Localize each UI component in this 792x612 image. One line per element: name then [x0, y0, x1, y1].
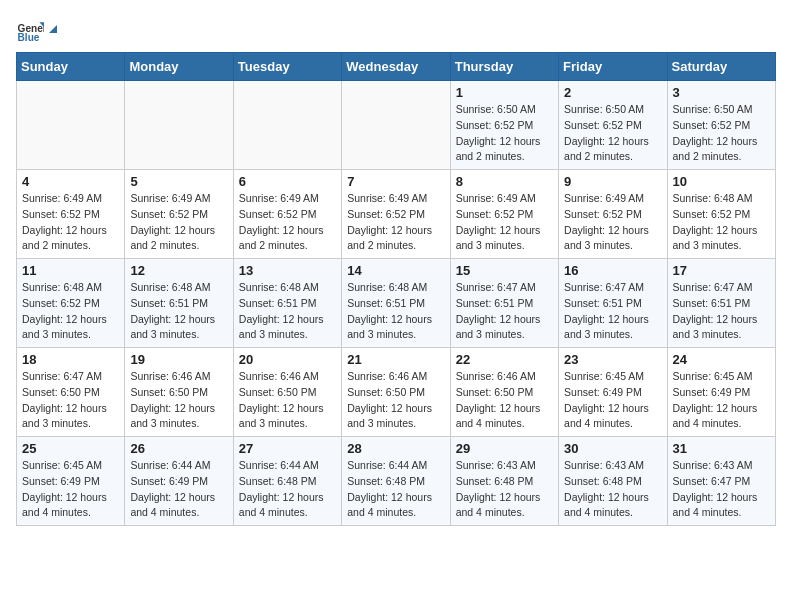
day-number: 3	[673, 85, 770, 100]
day-detail: Sunrise: 6:47 AM Sunset: 6:51 PM Dayligh…	[456, 280, 553, 343]
day-detail: Sunrise: 6:45 AM Sunset: 6:49 PM Dayligh…	[673, 369, 770, 432]
day-detail: Sunrise: 6:49 AM Sunset: 6:52 PM Dayligh…	[347, 191, 444, 254]
day-detail: Sunrise: 6:49 AM Sunset: 6:52 PM Dayligh…	[456, 191, 553, 254]
calendar-week-3: 11Sunrise: 6:48 AM Sunset: 6:52 PM Dayli…	[17, 259, 776, 348]
day-detail: Sunrise: 6:46 AM Sunset: 6:50 PM Dayligh…	[130, 369, 227, 432]
calendar-cell: 20Sunrise: 6:46 AM Sunset: 6:50 PM Dayli…	[233, 348, 341, 437]
day-number: 22	[456, 352, 553, 367]
day-detail: Sunrise: 6:46 AM Sunset: 6:50 PM Dayligh…	[239, 369, 336, 432]
day-number: 27	[239, 441, 336, 456]
header-friday: Friday	[559, 53, 667, 81]
calendar-cell: 15Sunrise: 6:47 AM Sunset: 6:51 PM Dayli…	[450, 259, 558, 348]
calendar-cell: 27Sunrise: 6:44 AM Sunset: 6:48 PM Dayli…	[233, 437, 341, 526]
day-number: 7	[347, 174, 444, 189]
day-detail: Sunrise: 6:49 AM Sunset: 6:52 PM Dayligh…	[22, 191, 119, 254]
day-number: 11	[22, 263, 119, 278]
day-number: 5	[130, 174, 227, 189]
calendar-cell: 24Sunrise: 6:45 AM Sunset: 6:49 PM Dayli…	[667, 348, 775, 437]
day-detail: Sunrise: 6:50 AM Sunset: 6:52 PM Dayligh…	[456, 102, 553, 165]
day-detail: Sunrise: 6:49 AM Sunset: 6:52 PM Dayligh…	[239, 191, 336, 254]
day-number: 21	[347, 352, 444, 367]
calendar-week-4: 18Sunrise: 6:47 AM Sunset: 6:50 PM Dayli…	[17, 348, 776, 437]
day-detail: Sunrise: 6:48 AM Sunset: 6:51 PM Dayligh…	[130, 280, 227, 343]
calendar-cell: 30Sunrise: 6:43 AM Sunset: 6:48 PM Dayli…	[559, 437, 667, 526]
calendar-cell: 3Sunrise: 6:50 AM Sunset: 6:52 PM Daylig…	[667, 81, 775, 170]
day-detail: Sunrise: 6:50 AM Sunset: 6:52 PM Dayligh…	[564, 102, 661, 165]
calendar-cell: 10Sunrise: 6:48 AM Sunset: 6:52 PM Dayli…	[667, 170, 775, 259]
calendar-cell: 1Sunrise: 6:50 AM Sunset: 6:52 PM Daylig…	[450, 81, 558, 170]
calendar-cell	[233, 81, 341, 170]
calendar-cell: 5Sunrise: 6:49 AM Sunset: 6:52 PM Daylig…	[125, 170, 233, 259]
header-sunday: Sunday	[17, 53, 125, 81]
header-monday: Monday	[125, 53, 233, 81]
day-detail: Sunrise: 6:49 AM Sunset: 6:52 PM Dayligh…	[564, 191, 661, 254]
calendar-cell: 11Sunrise: 6:48 AM Sunset: 6:52 PM Dayli…	[17, 259, 125, 348]
calendar-cell	[17, 81, 125, 170]
calendar-cell: 14Sunrise: 6:48 AM Sunset: 6:51 PM Dayli…	[342, 259, 450, 348]
calendar-cell: 22Sunrise: 6:46 AM Sunset: 6:50 PM Dayli…	[450, 348, 558, 437]
calendar-cell: 21Sunrise: 6:46 AM Sunset: 6:50 PM Dayli…	[342, 348, 450, 437]
logo-triangle	[49, 25, 57, 33]
day-number: 28	[347, 441, 444, 456]
day-detail: Sunrise: 6:43 AM Sunset: 6:48 PM Dayligh…	[456, 458, 553, 521]
day-detail: Sunrise: 6:48 AM Sunset: 6:52 PM Dayligh…	[22, 280, 119, 343]
calendar-header-row: SundayMondayTuesdayWednesdayThursdayFrid…	[17, 53, 776, 81]
day-number: 17	[673, 263, 770, 278]
logo: General Blue	[16, 16, 57, 44]
logo-icon: General Blue	[16, 16, 44, 44]
day-number: 14	[347, 263, 444, 278]
calendar-cell: 9Sunrise: 6:49 AM Sunset: 6:52 PM Daylig…	[559, 170, 667, 259]
calendar-cell: 31Sunrise: 6:43 AM Sunset: 6:47 PM Dayli…	[667, 437, 775, 526]
day-detail: Sunrise: 6:46 AM Sunset: 6:50 PM Dayligh…	[347, 369, 444, 432]
day-number: 24	[673, 352, 770, 367]
day-number: 29	[456, 441, 553, 456]
day-detail: Sunrise: 6:49 AM Sunset: 6:52 PM Dayligh…	[130, 191, 227, 254]
day-detail: Sunrise: 6:44 AM Sunset: 6:48 PM Dayligh…	[239, 458, 336, 521]
day-detail: Sunrise: 6:44 AM Sunset: 6:49 PM Dayligh…	[130, 458, 227, 521]
calendar-week-2: 4Sunrise: 6:49 AM Sunset: 6:52 PM Daylig…	[17, 170, 776, 259]
calendar-cell: 13Sunrise: 6:48 AM Sunset: 6:51 PM Dayli…	[233, 259, 341, 348]
day-number: 10	[673, 174, 770, 189]
calendar-cell: 17Sunrise: 6:47 AM Sunset: 6:51 PM Dayli…	[667, 259, 775, 348]
day-number: 2	[564, 85, 661, 100]
calendar-cell	[125, 81, 233, 170]
day-detail: Sunrise: 6:45 AM Sunset: 6:49 PM Dayligh…	[22, 458, 119, 521]
day-number: 4	[22, 174, 119, 189]
calendar-cell: 2Sunrise: 6:50 AM Sunset: 6:52 PM Daylig…	[559, 81, 667, 170]
day-detail: Sunrise: 6:48 AM Sunset: 6:52 PM Dayligh…	[673, 191, 770, 254]
day-detail: Sunrise: 6:47 AM Sunset: 6:51 PM Dayligh…	[564, 280, 661, 343]
header-tuesday: Tuesday	[233, 53, 341, 81]
page-header: General Blue	[16, 16, 776, 44]
day-number: 26	[130, 441, 227, 456]
calendar-cell: 4Sunrise: 6:49 AM Sunset: 6:52 PM Daylig…	[17, 170, 125, 259]
day-detail: Sunrise: 6:45 AM Sunset: 6:49 PM Dayligh…	[564, 369, 661, 432]
day-number: 6	[239, 174, 336, 189]
calendar-cell: 16Sunrise: 6:47 AM Sunset: 6:51 PM Dayli…	[559, 259, 667, 348]
calendar-cell: 7Sunrise: 6:49 AM Sunset: 6:52 PM Daylig…	[342, 170, 450, 259]
calendar-cell: 8Sunrise: 6:49 AM Sunset: 6:52 PM Daylig…	[450, 170, 558, 259]
day-number: 9	[564, 174, 661, 189]
day-number: 31	[673, 441, 770, 456]
calendar-cell: 19Sunrise: 6:46 AM Sunset: 6:50 PM Dayli…	[125, 348, 233, 437]
day-number: 30	[564, 441, 661, 456]
day-number: 8	[456, 174, 553, 189]
day-number: 12	[130, 263, 227, 278]
day-detail: Sunrise: 6:44 AM Sunset: 6:48 PM Dayligh…	[347, 458, 444, 521]
calendar-cell: 18Sunrise: 6:47 AM Sunset: 6:50 PM Dayli…	[17, 348, 125, 437]
day-number: 23	[564, 352, 661, 367]
header-wednesday: Wednesday	[342, 53, 450, 81]
calendar-cell: 28Sunrise: 6:44 AM Sunset: 6:48 PM Dayli…	[342, 437, 450, 526]
day-detail: Sunrise: 6:50 AM Sunset: 6:52 PM Dayligh…	[673, 102, 770, 165]
calendar-cell: 29Sunrise: 6:43 AM Sunset: 6:48 PM Dayli…	[450, 437, 558, 526]
calendar-cell	[342, 81, 450, 170]
day-number: 19	[130, 352, 227, 367]
day-number: 1	[456, 85, 553, 100]
calendar-cell: 26Sunrise: 6:44 AM Sunset: 6:49 PM Dayli…	[125, 437, 233, 526]
calendar-week-1: 1Sunrise: 6:50 AM Sunset: 6:52 PM Daylig…	[17, 81, 776, 170]
day-detail: Sunrise: 6:48 AM Sunset: 6:51 PM Dayligh…	[239, 280, 336, 343]
day-detail: Sunrise: 6:47 AM Sunset: 6:51 PM Dayligh…	[673, 280, 770, 343]
day-number: 18	[22, 352, 119, 367]
calendar-week-5: 25Sunrise: 6:45 AM Sunset: 6:49 PM Dayli…	[17, 437, 776, 526]
header-saturday: Saturday	[667, 53, 775, 81]
svg-text:Blue: Blue	[18, 32, 40, 43]
